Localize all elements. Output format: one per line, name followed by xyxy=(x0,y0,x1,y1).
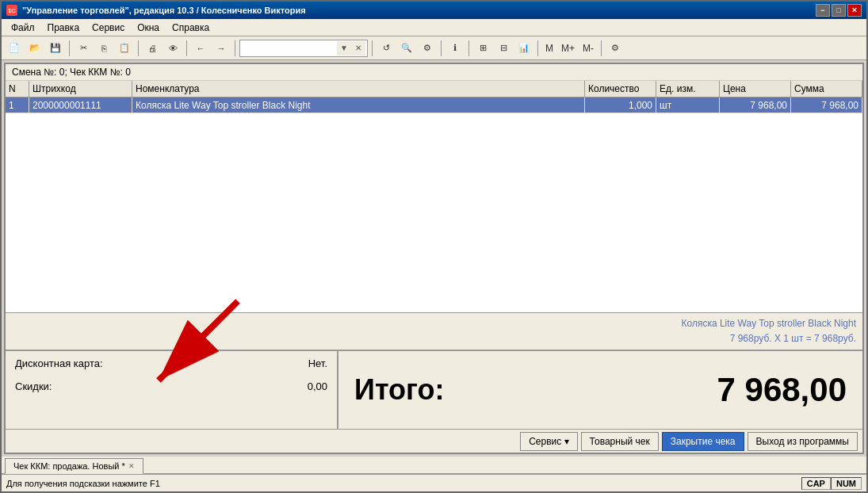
col-header-n: N xyxy=(6,81,29,97)
toolbar: 📄 📂 💾 ✂ ⎘ 📋 🖨 👁 ← → ▼ ✕ ↺ 🔍 ⚙ ℹ xyxy=(2,36,866,60)
menu-file[interactable]: Файл xyxy=(5,21,41,35)
toolbar-sep-1 xyxy=(69,40,70,56)
close-button[interactable]: ✕ xyxy=(847,4,862,17)
tab-bar: Чек ККМ: продажа. Новый * ✕ xyxy=(2,457,866,474)
toolbar-new[interactable]: 📄 xyxy=(5,39,24,58)
window-content: Смена №: 0; Чек ККМ №: 0 N Штрихкод Номе… xyxy=(2,60,866,457)
tab-receipt[interactable]: Чек ККМ: продажа. Новый * ✕ xyxy=(5,458,143,474)
table-header: N Штрихкод Номенклатура Количество Ед. и… xyxy=(6,81,862,97)
toolbar-sep-7 xyxy=(468,40,469,56)
toolbar-sep-4 xyxy=(235,40,235,56)
toolbar-sep-6 xyxy=(441,40,442,56)
col-header-name: Номенклатура xyxy=(132,81,585,97)
toolbar-copy[interactable]: ⎘ xyxy=(94,39,113,58)
discount-panel: Дисконтная карта: Нет. Скидки: 0,00 xyxy=(6,351,338,429)
discounts-value: 0,00 xyxy=(308,380,327,392)
maximize-button[interactable]: □ xyxy=(832,4,846,17)
toolbar-calc[interactable]: ⊞ xyxy=(473,39,492,58)
summary-panel: Коляска Lite Way Top stroller Black Nigh… xyxy=(6,312,862,350)
discount-card-value: Нет. xyxy=(308,357,327,369)
total-label: Итого: xyxy=(354,373,445,407)
toolbar-open[interactable]: 📂 xyxy=(25,39,44,58)
toolbar-sep-3 xyxy=(186,40,187,56)
menu-help[interactable]: Справка xyxy=(166,21,216,35)
close-receipt-button[interactable]: Закрытие чека xyxy=(662,432,744,451)
discount-card-row: Дисконтная карта: Нет. xyxy=(15,357,327,369)
toolbar-Mplus: M+ xyxy=(558,43,578,54)
summary-calculation: 7 968руб. X 1 шт = 7 968руб. xyxy=(12,331,856,346)
toolbar-preview[interactable]: 👁 xyxy=(163,39,182,58)
toolbar-sep-9 xyxy=(601,40,602,56)
menu-windows[interactable]: Окна xyxy=(131,21,166,35)
toolbar-back[interactable]: ← xyxy=(191,39,210,58)
tab-close-icon[interactable]: ✕ xyxy=(128,462,135,470)
cell-qty-1: 1,000 xyxy=(585,97,656,113)
toolbar-sep-5 xyxy=(372,40,373,56)
total-value: 7 968,00 xyxy=(717,371,847,409)
menu-service[interactable]: Сервис xyxy=(86,21,131,35)
caps-lock-indicator: CAP xyxy=(801,477,831,490)
info-bar: Смена №: 0; Чек ККМ №: 0 xyxy=(6,64,862,81)
cell-unit-1: шт xyxy=(656,97,720,113)
toolbar-sep-8 xyxy=(537,40,538,56)
main-window: 1C "Управление торговлей", редакция 10.3… xyxy=(0,0,868,493)
toolbar-table[interactable]: ⊟ xyxy=(494,39,513,58)
toolbar-cut[interactable]: ✂ xyxy=(74,39,93,58)
cell-n-1: 1 xyxy=(6,97,29,113)
bottom-section: Дисконтная карта: Нет. Скидки: 0,00 Итог… xyxy=(6,350,862,429)
app-icon-label: 1C xyxy=(8,7,16,14)
table-body: 1 2000000001111 Коляска Lite Way Top str… xyxy=(6,97,862,312)
toolbar-print[interactable]: 🖨 xyxy=(143,39,162,58)
summary-product-name: Коляска Lite Way Top stroller Black Nigh… xyxy=(12,316,856,331)
toolbar-paste[interactable]: 📋 xyxy=(115,39,134,58)
discounts-row: Скидки: 0,00 xyxy=(15,380,327,392)
tab-receipt-label: Чек ККМ: продажа. Новый * xyxy=(13,461,125,471)
cell-name-1: Коляска Lite Way Top stroller Black Nigh… xyxy=(132,97,585,113)
col-header-barcode: Штрихкод xyxy=(29,81,132,97)
toolbar-filter[interactable]: ⚙ xyxy=(418,39,437,58)
toolbar-search-box: ▼ ✕ xyxy=(239,40,368,57)
menu-bar: Файл Правка Сервис Окна Справка xyxy=(2,19,866,36)
num-lock-indicator: NUM xyxy=(831,477,862,490)
total-panel: Итого: 7 968,00 xyxy=(338,351,862,429)
discount-card-label: Дисконтная карта: xyxy=(15,357,103,369)
toolbar-M: M xyxy=(542,43,556,54)
search-input[interactable] xyxy=(242,40,337,56)
col-header-unit: Ед. изм. xyxy=(656,81,720,97)
toolbar-sep-2 xyxy=(138,40,139,56)
minimize-button[interactable]: − xyxy=(816,4,830,17)
col-header-sum: Сумма xyxy=(791,81,862,97)
toolbar-chart[interactable]: 📊 xyxy=(514,39,533,58)
toolbar-save[interactable]: 💾 xyxy=(46,39,65,58)
table-row[interactable]: 1 2000000001111 Коляска Lite Way Top str… xyxy=(6,97,862,113)
window-controls: − □ ✕ xyxy=(816,4,862,17)
toolbar-info[interactable]: ℹ xyxy=(445,39,465,58)
cell-sum-1: 7 968,00 xyxy=(791,97,862,113)
col-header-qty: Количество xyxy=(585,81,656,97)
toolbar-find[interactable]: 🔍 xyxy=(397,39,416,58)
toolbar-settings[interactable]: ⚙ xyxy=(606,39,625,58)
search-dropdown-btn[interactable]: ▼ xyxy=(337,41,351,55)
exit-button[interactable]: Выход из программы xyxy=(748,432,858,451)
receipt-button[interactable]: Товарный чек xyxy=(581,432,659,451)
service-button[interactable]: Сервис ▾ xyxy=(520,432,577,451)
window-title: "Управление торговлей", редакция 10.3 / … xyxy=(22,6,816,15)
inner-window: Смена №: 0; Чек ККМ №: 0 N Штрихкод Номе… xyxy=(4,63,864,454)
toolbar-Mminus: M- xyxy=(579,43,597,54)
action-bar: Сервис ▾ Товарный чек Закрытие чека Выхо… xyxy=(6,429,862,453)
cell-barcode-1: 2000000001111 xyxy=(29,97,132,113)
status-text: Для получения подсказки нажмите F1 xyxy=(6,479,801,488)
toolbar-forward[interactable]: → xyxy=(212,39,231,58)
toolbar-refresh[interactable]: ↺ xyxy=(377,39,396,58)
app-icon: 1C xyxy=(6,5,17,16)
discounts-label: Скидки: xyxy=(15,380,52,392)
menu-edit[interactable]: Правка xyxy=(41,21,86,35)
service-btn-label: Сервис xyxy=(529,436,561,447)
search-clear-btn[interactable]: ✕ xyxy=(351,41,365,55)
shift-info: Смена №: 0; Чек ККМ №: 0 xyxy=(12,67,131,78)
cell-price-1: 7 968,00 xyxy=(720,97,791,113)
col-header-price: Цена xyxy=(720,81,791,97)
status-bar: Для получения подсказки нажмите F1 CAP N… xyxy=(2,474,866,491)
title-bar: 1C "Управление торговлей", редакция 10.3… xyxy=(2,2,866,19)
